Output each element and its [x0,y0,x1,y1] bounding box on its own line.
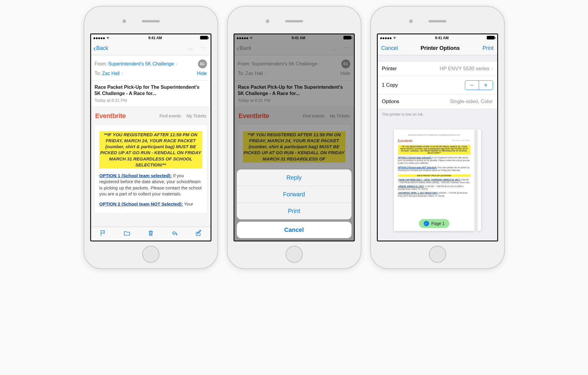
stepper-increment[interactable]: + [479,81,493,90]
sender-avatar[interactable]: SC [198,59,207,68]
options-value: Single-sided, Color [450,99,493,105]
preview-opt2: OPTION 2 (School team NOT Selected): You… [398,166,470,172]
move-button[interactable] [123,229,131,238]
printer-value: HP ENVY 5530 series [440,66,489,72]
wifi-icon: ᯤ [107,36,110,40]
action-sheet: Reply Forward Print Cancel [237,169,351,238]
next-message-button[interactable]: ﹀ [200,44,207,53]
options-row[interactable]: Options Single-sided, Color [378,94,497,109]
preview-opt1: OPTION 1 (School team selected): If you … [398,156,470,164]
page-selected-badge[interactable]: ✓ Page 1 [419,219,449,228]
sheet-cancel[interactable]: Cancel [237,222,351,238]
options-label: Options [382,99,400,105]
option-2-paragraph: OPTION 2 (School team NOT Selected): You… [99,201,202,207]
hide-button[interactable]: Hide [197,71,207,76]
status-bar: ᯤ 9:41 AM [91,34,211,42]
eventbrite-logo: Eventbrite [95,112,126,120]
battery-icon [200,36,208,39]
preview-locations-header: RACE PACKET PICK-UP LOCATIONS [398,175,470,177]
subject-block: Race Packet Pick-Up for The Superintende… [91,81,211,107]
trash-button[interactable] [147,229,154,238]
option-1-link[interactable]: OPTION 1 (School team selected): [99,173,172,178]
subject-text: Race Packet Pick-Up for The Superintende… [95,84,207,97]
status-bar: ᯤ 9:41 AM [378,34,497,42]
option-2-link[interactable]: OPTION 2 (School team NOT Selected): [99,201,183,206]
home-button[interactable] [285,246,303,263]
phone-action-sheet: ᯤ 9:41 AM ‹Back ︿﹀ From: Superintendent'… [227,6,361,269]
mail-header: From: Superintendent's 5K Challenge › SC… [91,55,211,81]
to-value[interactable]: Zac Hall [102,71,120,76]
wifi-icon: ᯤ [393,36,397,40]
stepper-decrement[interactable]: − [465,81,479,90]
page-label: Page 1 [431,221,444,226]
printer-row[interactable]: Printer HP ENVY 5530 series› [378,62,497,76]
preview-highlight: **IF YOU REGISTERED AFTER 11:59 PM ON FR… [398,145,470,154]
reply-button[interactable] [171,229,178,238]
battery-icon [487,36,495,39]
find-events-link[interactable]: Find events [159,114,181,118]
flag-button[interactable] [99,229,107,238]
chevron-right-icon: › [122,71,123,76]
timestamp: Today at 8:31 PM [95,98,207,103]
preview-header: Superintendent's 5K Challenge noreply@ev… [398,134,470,136]
home-button[interactable] [429,246,446,263]
preview-loc-3: -SATURDAY, APRIL 1, 2017 (RACE DAY): 6:0… [398,192,470,197]
printer-settings-list: Printer HP ENVY 5530 series› 1 Copy − + … [378,61,497,109]
printer-title: Printer Options [421,45,460,51]
phone-mail-view: ᯤ 9:41 AM ‹Back ︿ ﹀ From: Superintendent… [84,6,218,269]
sheet-print[interactable]: Print [237,203,351,219]
from-label: From: [95,61,107,67]
status-time: 9:41 AM [435,36,449,40]
printer-navbar: Cancel Printer Options Print [378,42,497,55]
copies-row: 1 Copy − + [378,76,497,94]
prev-message-button[interactable]: ︿ [187,44,194,53]
to-label: To: [95,71,101,76]
sheet-forward[interactable]: Forward [237,186,351,203]
mail-body[interactable]: Eventbrite Find events My Tickets **IF Y… [91,107,211,227]
from-value[interactable]: Superintendent's 5K Challenge [108,61,174,67]
preview-loc-2: -FRIDAY, MARCH 31, 2017: 11:00 AM – 7:00… [398,185,470,190]
preview-page-2-peek[interactable] [478,129,481,231]
printer-hint: The printer is low on ink. [378,109,497,120]
highlight-notice: **IF YOU REGISTERED AFTER 11:59 PM ON FR… [99,131,202,169]
printer-print-button[interactable]: Print [482,45,493,51]
sheet-reply[interactable]: Reply [237,169,351,186]
home-button[interactable] [142,246,159,263]
printer-label: Printer [382,66,397,72]
preview-brand: Eventbrite [398,139,413,143]
phone-printer-options: ᯤ 9:41 AM Cancel Printer Options Print P… [370,6,505,269]
back-button[interactable]: ‹Back [93,45,108,52]
preview-page-1[interactable]: Superintendent's 5K Challenge noreply@ev… [394,129,475,231]
printer-cancel-button[interactable]: Cancel [381,45,398,51]
chevron-right-icon: › [491,66,493,72]
my-tickets-link[interactable]: My Tickets [186,114,206,118]
compose-button[interactable] [195,229,202,238]
back-label: Back [96,45,108,51]
mail-toolbar [91,227,211,241]
checkmark-icon: ✓ [423,221,429,226]
option-1-paragraph: OPTION 1 (School team selected): If you … [99,173,202,197]
copies-label: 1 Copy [382,82,398,88]
mail-navbar: ‹Back ︿ ﹀ [91,42,211,55]
chevron-right-icon: › [176,61,177,67]
status-time: 9:41 AM [148,36,162,40]
print-preview-area[interactable]: Superintendent's 5K Challenge noreply@ev… [378,120,497,241]
preview-loc-1: -TEAM CAPTAINS ONLY – UNTIL THURSDAY, MA… [398,178,470,184]
copies-stepper: − + [465,80,493,90]
chevron-left-icon: ‹ [93,45,96,52]
